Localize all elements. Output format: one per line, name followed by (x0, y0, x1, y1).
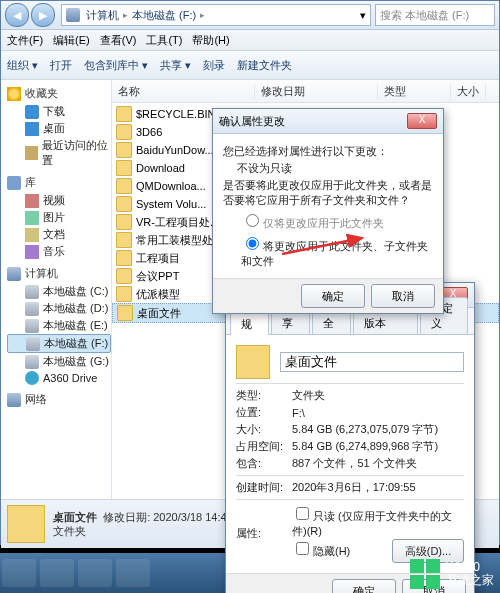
nav-item-desktop[interactable]: 桌面 (7, 120, 111, 137)
checkbox-readonly[interactable]: 只读 (仅应用于文件夹中的文件)(R) (292, 510, 452, 537)
checkbox-input[interactable] (296, 507, 309, 520)
folder-icon (116, 214, 132, 230)
value-contains: 887 个文件，51 个文件夹 (292, 456, 464, 471)
dropdown-icon[interactable]: ▾ (360, 9, 366, 22)
nav-favorites[interactable]: 收藏夹 (7, 86, 111, 101)
radio-input[interactable] (246, 237, 259, 250)
radio-this-folder[interactable]: 仅将更改应用于此文件夹 (241, 211, 433, 231)
nav-item-recent[interactable]: 最近访问的位置 (7, 137, 111, 169)
nav-item-a360[interactable]: A360 Drive (7, 370, 111, 386)
label-size: 大小: (236, 422, 292, 437)
checkbox-input[interactable] (296, 542, 309, 555)
ok-button[interactable]: 确定 (332, 579, 396, 593)
open-button[interactable]: 打开 (50, 58, 72, 73)
nav-item-drive-g[interactable]: 本地磁盘 (G:) (7, 353, 111, 370)
radio-all-subfolders[interactable]: 将更改应用于此文件夹、子文件夹和文件 (241, 234, 433, 269)
menu-file[interactable]: 文件(F) (7, 33, 43, 48)
col-date[interactable]: 修改日期 (255, 84, 378, 99)
folder-icon (116, 268, 132, 284)
checkbox-hidden[interactable]: 隐藏(H) (292, 545, 350, 557)
chevron-right-icon: ▸ (200, 10, 205, 20)
address-bar[interactable]: 计算机 ▸ 本地磁盘 (F:) ▸ ▾ (61, 4, 371, 26)
back-icon: ◀ (13, 9, 21, 22)
nav-item-drive-e[interactable]: 本地磁盘 (E:) (7, 317, 111, 334)
organize-button[interactable]: 组织 ▾ (7, 58, 38, 73)
folder-icon (116, 160, 132, 176)
close-button[interactable]: X (407, 113, 437, 129)
dialog-titlebar[interactable]: 确认属性更改 X (213, 109, 443, 134)
menu-edit[interactable]: 编辑(E) (53, 33, 90, 48)
computer-icon (7, 267, 21, 281)
taskbar-item[interactable] (78, 559, 112, 587)
nav-item-documents[interactable]: 文档 (7, 226, 111, 243)
watermark-sub: 系统之家 (446, 574, 494, 587)
nav-item-music[interactable]: 音乐 (7, 243, 111, 260)
label-attributes: 属性: (236, 526, 292, 541)
back-button[interactable]: ◀ (5, 3, 29, 27)
a360-icon (25, 371, 39, 385)
label-created: 创建时间: (236, 480, 292, 495)
confirm-text-1: 您已经选择对属性进行以下更改： (223, 144, 433, 159)
folder-icon (116, 106, 132, 122)
drive-icon (25, 355, 39, 369)
taskbar-item[interactable] (40, 559, 74, 587)
details-type: 文件夹 (53, 524, 233, 538)
breadcrumb-item[interactable]: 本地磁盘 (F:) (132, 8, 196, 23)
col-type[interactable]: 类型 (378, 84, 451, 99)
recent-icon (25, 146, 38, 160)
taskbar-item[interactable] (2, 559, 36, 587)
col-size[interactable]: 大小 (451, 84, 486, 99)
breadcrumb-item[interactable]: 计算机 (86, 8, 119, 23)
video-icon (25, 194, 39, 208)
nav-item-downloads[interactable]: 下载 (7, 103, 111, 120)
desktop-icon (25, 122, 39, 136)
drive-icon (25, 285, 39, 299)
search-input[interactable]: 搜索 本地磁盘 (F:) (375, 4, 495, 26)
forward-icon: ▶ (39, 9, 47, 22)
confirm-text-3: 是否要将此更改仅应用于此文件夹，或者是否要将它应用于所有子文件夹和文件？ (223, 178, 433, 208)
nav-computer[interactable]: 计算机 (7, 266, 111, 281)
drive-icon (26, 337, 40, 351)
properties-dialog: 桌面文件 属性 X 常规 共享 安全 以前的版本 自定义 类型:文件夹 位置:F… (225, 282, 475, 593)
folder-icon (116, 142, 132, 158)
label-location: 位置: (236, 405, 292, 420)
forward-button[interactable]: ▶ (31, 3, 55, 27)
nav-item-drive-f[interactable]: 本地磁盘 (F:) (7, 334, 111, 353)
folder-icon (116, 232, 132, 248)
folder-icon (117, 305, 133, 321)
nav-item-drive-d[interactable]: 本地磁盘 (D:) (7, 300, 111, 317)
star-icon (7, 87, 21, 101)
dialog-title: 确认属性更改 (219, 114, 407, 129)
name-input[interactable] (280, 352, 464, 372)
ok-button[interactable]: 确定 (301, 284, 365, 308)
nav-libraries[interactable]: 库 (7, 175, 111, 190)
include-button[interactable]: 包含到库中 ▾ (84, 58, 148, 73)
value-created: 2020年3月6日，17:09:55 (292, 480, 464, 495)
drive-icon (25, 319, 39, 333)
nav-item-videos[interactable]: 视频 (7, 192, 111, 209)
document-icon (25, 228, 39, 242)
column-headers: 名称 修改日期 类型 大小 (112, 80, 499, 103)
nav-item-pictures[interactable]: 图片 (7, 209, 111, 226)
burn-button[interactable]: 刻录 (203, 58, 225, 73)
music-icon (25, 245, 39, 259)
radio-input[interactable] (246, 214, 259, 227)
computer-icon (66, 8, 80, 22)
chevron-right-icon: ▸ (123, 10, 128, 20)
nav-network[interactable]: 网络 (7, 392, 111, 407)
cancel-button[interactable]: 取消 (371, 284, 435, 308)
menu-view[interactable]: 查看(V) (100, 33, 137, 48)
share-button[interactable]: 共享 ▾ (160, 58, 191, 73)
menu-help[interactable]: 帮助(H) (192, 33, 229, 48)
taskbar-item[interactable] (116, 559, 150, 587)
col-name[interactable]: 名称 (112, 84, 255, 99)
picture-icon (25, 211, 39, 225)
menu-tools[interactable]: 工具(T) (146, 33, 182, 48)
confirm-text-2: 不设为只读 (237, 161, 433, 176)
toolbar: 组织 ▾ 打开 包含到库中 ▾ 共享 ▾ 刻录 新建文件夹 (1, 51, 499, 80)
drive-icon (25, 302, 39, 316)
newfolder-button[interactable]: 新建文件夹 (237, 58, 292, 73)
nav-item-drive-c[interactable]: 本地磁盘 (C:) (7, 283, 111, 300)
details-line2: 修改日期: 2020/3/18 14:45 (103, 511, 233, 523)
folder-icon (116, 250, 132, 266)
